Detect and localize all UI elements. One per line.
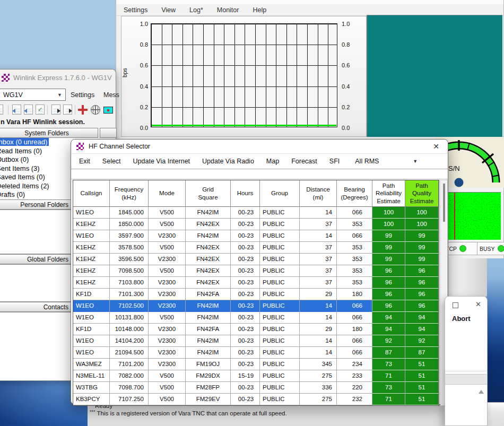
menu-update-internet[interactable]: Update Via Internet: [133, 158, 190, 165]
menu-help[interactable]: Help: [253, 6, 266, 14]
table-cell: 00-23: [231, 230, 260, 242]
column-header[interactable]: Callsign: [73, 180, 110, 207]
table-row[interactable]: W1EO21094.500V2300FN42IM00-23PUBLIC14066…: [73, 347, 439, 359]
menu-exit[interactable]: Exit: [79, 158, 90, 165]
table-cell: FN42IM: [186, 230, 231, 242]
winlink-menu-settings[interactable]: Settings: [71, 91, 94, 99]
column-header[interactable]: Path Reliability Estimate: [372, 180, 405, 207]
session-status-text: n Vara HF Winlink session.: [1, 118, 85, 126]
table-cell: 94: [405, 312, 439, 324]
personal-folders-header[interactable]: Personal Folders: [0, 199, 73, 210]
column-header[interactable]: Group: [260, 180, 300, 207]
column-header[interactable]: Mode: [149, 180, 186, 207]
table-row[interactable]: W1EO7102.500V2300FN42IM00-23PUBLIC140669…: [73, 300, 439, 312]
system-folders-header[interactable]: System Folders: [0, 128, 98, 138]
menu-select[interactable]: Select: [102, 158, 121, 165]
rms-map-icon[interactable]: [103, 107, 113, 114]
table-cell: K1EHZ: [73, 219, 110, 230]
scroll-up-icon[interactable]: [479, 390, 484, 394]
table-cell: PUBLIC: [260, 289, 300, 300]
table-row[interactable]: K1EHZ1850.000V500FN42EX00-23PUBLIC373531…: [73, 219, 439, 230]
table-row[interactable]: K1EHZ7103.800V2300FN42EX00-23PUBLIC37353…: [73, 277, 439, 289]
table-row[interactable]: W1EO3597.900V2300FN42IM00-23PUBLIC140669…: [73, 230, 439, 242]
chart-ytick-label: 0.6: [132, 62, 148, 68]
menu-settings[interactable]: Settings: [124, 6, 147, 14]
table-cell: 71: [372, 370, 405, 382]
personal-folders-list[interactable]: [0, 210, 73, 254]
table-cell: V500: [149, 382, 186, 394]
rms-filter-select[interactable]: All RMS ▼: [355, 158, 420, 165]
contacts-list[interactable]: [0, 312, 73, 381]
table-cell: 066: [337, 207, 372, 219]
column-header[interactable]: Frequency (kHz): [110, 180, 149, 207]
chart-ytick-label: 1.0: [342, 21, 358, 27]
table-cell: PUBLIC: [260, 347, 300, 359]
table-cell: 7101.200: [110, 359, 149, 370]
table-row[interactable]: K1EHZ7098.500V500FN42EX00-23PUBLIC373539…: [73, 265, 439, 277]
close-icon[interactable]: ✕: [475, 300, 481, 308]
reply-icon[interactable]: [12, 105, 21, 115]
table-cell: FN42EX: [186, 242, 231, 254]
callsign-value: WG1V: [3, 91, 23, 99]
table-cell: FN42IM: [186, 312, 231, 324]
table-row[interactable]: KB3PCY7107.250V500FM29EV00-23PUBLIC27523…: [73, 394, 439, 405]
globe-icon[interactable]: [91, 105, 100, 115]
forward-icon[interactable]: [51, 105, 60, 115]
reply-all-icon[interactable]: [24, 105, 33, 115]
column-header[interactable]: Grid Square: [186, 180, 231, 207]
column-header[interactable]: Hours: [231, 180, 260, 207]
table-cell: 29: [300, 289, 337, 300]
menu-log[interactable]: Log*: [189, 6, 203, 14]
menu-monitor[interactable]: Monitor: [217, 6, 239, 14]
table-cell: 37: [300, 265, 337, 277]
table-row[interactable]: KF1D10148.000V2300FN42FA00-23PUBLIC29180…: [73, 324, 439, 335]
maximize-icon[interactable]: [453, 302, 458, 308]
send-receive-icon[interactable]: [63, 105, 72, 115]
table-row[interactable]: W3TBG7098.700V500FM28FP00-23PUBLIC336220…: [73, 382, 439, 394]
menu-map[interactable]: Map: [266, 158, 279, 165]
column-header[interactable]: Bearing (Degrees): [337, 180, 372, 207]
hf-dialog-titlebar[interactable]: HF Channel Selector ✕: [71, 140, 448, 154]
menu-sfi[interactable]: SFI: [329, 158, 340, 165]
accept-icon[interactable]: [36, 105, 45, 115]
table-row[interactable]: W1EO14104.200V2300FN42IM00-23PUBLIC14066…: [73, 335, 439, 347]
table-cell: 353: [337, 242, 372, 254]
table-cell: PUBLIC: [260, 370, 300, 382]
table-cell: 87: [372, 347, 405, 359]
table-cell: V2300: [149, 230, 186, 242]
menu-view[interactable]: View: [161, 6, 176, 14]
chart-ytick-label: 0.4: [342, 83, 358, 90]
table-cell: 353: [337, 277, 372, 289]
winlink-menu-message[interactable]: Mess: [103, 91, 119, 99]
table-row[interactable]: K1EHZ3596.500V2300FN42EX00-23PUBLIC37353…: [73, 254, 439, 265]
contacts-header[interactable]: Contacts: [0, 302, 73, 312]
table-cell: 99: [372, 230, 405, 242]
menu-forecast[interactable]: Forecast: [291, 158, 317, 165]
table-row[interactable]: W1EO1845.000V500FN42IM00-23PUBLIC1406610…: [73, 207, 439, 219]
table-cell: 14: [300, 230, 337, 242]
busy-indicator-label: BUSY: [480, 246, 495, 252]
abort-button[interactable]: Abort: [452, 315, 471, 323]
table-row[interactable]: K1EHZ3578.500V500FN42EX00-23PUBLIC373539…: [73, 242, 439, 254]
table-row[interactable]: WA3MEZ7101.200V2300FM19OJ00-23PUBLIC3452…: [73, 359, 439, 370]
global-folders-list[interactable]: [0, 264, 73, 302]
column-header[interactable]: Distance (mi): [300, 180, 337, 207]
table-row[interactable]: N3MEL-117082.000V500FM29DX15-19PUBLIC275…: [73, 370, 439, 382]
scrollbar-thumb[interactable]: [443, 184, 445, 222]
table-cell: V2300: [149, 300, 186, 312]
table-row[interactable]: KF1D7101.300V2300FN42FA00-23PUBLIC291809…: [73, 289, 439, 300]
table-cell: 96: [405, 277, 439, 289]
table-cell: K1EHZ: [73, 254, 110, 265]
close-icon[interactable]: ✕: [431, 142, 441, 151]
column-header[interactable]: Path Quality Estimate: [405, 180, 439, 207]
table-cell: FN42FA: [186, 289, 231, 300]
table-cell: FM29DX: [186, 370, 231, 382]
table-row[interactable]: W1EO10131.800V500FN42IM00-23PUBLIC140669…: [73, 312, 439, 324]
callsign-select[interactable]: WG1V ▼: [0, 89, 66, 101]
menu-update-radio[interactable]: Update Via Radio: [202, 158, 254, 165]
global-folders-header[interactable]: Global Folders: [0, 254, 73, 264]
red-cross-icon[interactable]: [78, 105, 88, 115]
new-message-icon[interactable]: [0, 105, 3, 115]
vara-menubar: Settings View Log* Monitor Help: [116, 4, 503, 16]
table-cell: 94: [372, 324, 405, 335]
